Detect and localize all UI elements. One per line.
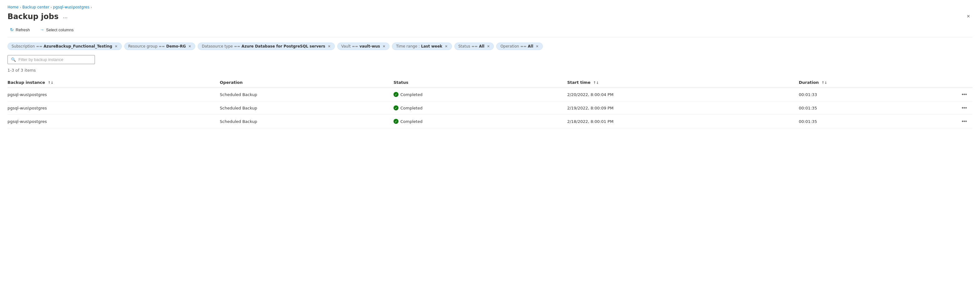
- status-check-icon: ✓: [393, 105, 398, 110]
- col-header-operation: Operation: [220, 78, 393, 88]
- refresh-button[interactable]: ↻ Refresh: [8, 26, 32, 34]
- select-columns-label: Select columns: [46, 27, 74, 32]
- breadcrumb-sep-3: ›: [91, 6, 92, 9]
- table-row[interactable]: pgsql-wus\postgres Scheduled Backup ✓ Co…: [8, 115, 972, 128]
- filter-remove-icon[interactable]: ✕: [383, 45, 385, 48]
- table-row[interactable]: pgsql-wus\postgres Scheduled Backup ✓ Co…: [8, 101, 972, 115]
- filter-remove-icon[interactable]: ✕: [328, 45, 331, 48]
- row-menu-button-1[interactable]: •••: [960, 104, 969, 111]
- table-header-row: Backup instance ↑↓ Operation Status Star…: [8, 78, 972, 88]
- breadcrumb-sep-2: ›: [51, 6, 52, 9]
- filter-remove-icon[interactable]: ✕: [188, 45, 191, 48]
- jobs-table: Backup instance ↑↓ Operation Status Star…: [8, 78, 972, 128]
- refresh-label: Refresh: [16, 27, 30, 32]
- columns-icon: →: [40, 27, 45, 32]
- table-body: pgsql-wus\postgres Scheduled Backup ✓ Co…: [8, 88, 972, 128]
- page-header: Backup jobs ... ×: [8, 12, 972, 21]
- col-header-starttime[interactable]: Start time ↑↓: [567, 78, 799, 88]
- cell-instance-2: pgsql-wus\postgres: [8, 115, 220, 128]
- filter-remove-icon[interactable]: ✕: [445, 45, 447, 48]
- refresh-icon: ↻: [10, 27, 14, 32]
- toolbar: ↻ Refresh → Select columns: [8, 26, 972, 38]
- filter-tag-operation[interactable]: Operation == All✕: [496, 43, 542, 50]
- cell-status-1: ✓ Completed: [393, 101, 567, 115]
- cell-action-0: •••: [934, 88, 972, 101]
- filter-tag-resource-group[interactable]: Resource group == Demo-RG✕: [124, 43, 196, 50]
- cell-duration-1: 00:01:35: [799, 101, 934, 115]
- filter-tag-status[interactable]: Status == All✕: [454, 43, 494, 50]
- cell-status-0: ✓ Completed: [393, 88, 567, 101]
- page-title-row: Backup jobs ...: [8, 12, 70, 21]
- table-header: Backup instance ↑↓ Operation Status Star…: [8, 78, 972, 88]
- select-columns-button[interactable]: → Select columns: [38, 26, 76, 34]
- cell-duration-2: 00:01:35: [799, 115, 934, 128]
- cell-operation-2: Scheduled Backup: [220, 115, 393, 128]
- filter-remove-icon[interactable]: ✕: [115, 45, 118, 48]
- sort-icon-instance: ↑↓: [48, 81, 53, 85]
- cell-starttime-0: 2/20/2022, 8:00:04 PM: [567, 88, 799, 101]
- cell-action-1: •••: [934, 101, 972, 115]
- breadcrumb: Home › Backup center › pgsql-wus\postgre…: [8, 5, 972, 10]
- breadcrumb-postgres[interactable]: pgsql-wus\postgres: [53, 5, 89, 10]
- search-input[interactable]: [18, 57, 92, 62]
- cell-starttime-2: 2/18/2022, 8:00:01 PM: [567, 115, 799, 128]
- row-menu-button-0[interactable]: •••: [960, 91, 969, 98]
- breadcrumb-backup-center[interactable]: Backup center: [22, 5, 49, 10]
- sort-icon-starttime: ↑↓: [593, 81, 599, 85]
- cell-duration-0: 00:01:33: [799, 88, 934, 101]
- breadcrumb-sep-1: ›: [20, 6, 21, 9]
- items-count: 1-3 of 3 items: [8, 68, 972, 73]
- col-header-action: [934, 78, 972, 88]
- cell-starttime-1: 2/19/2022, 8:00:09 PM: [567, 101, 799, 115]
- sort-icon-duration: ↑↓: [821, 81, 827, 85]
- page-more-options-button[interactable]: ...: [61, 13, 69, 20]
- filter-tag-subscription[interactable]: Subscription == AzureBackup_Functional_T…: [8, 43, 122, 50]
- cell-instance-1: pgsql-wus\postgres: [8, 101, 220, 115]
- breadcrumb-home[interactable]: Home: [8, 5, 18, 10]
- close-button[interactable]: ×: [964, 12, 972, 21]
- cell-instance-0: pgsql-wus\postgres: [8, 88, 220, 101]
- cell-operation-0: Scheduled Backup: [220, 88, 393, 101]
- filter-remove-icon[interactable]: ✕: [487, 45, 490, 48]
- row-menu-button-2[interactable]: •••: [960, 118, 969, 125]
- table-row[interactable]: pgsql-wus\postgres Scheduled Backup ✓ Co…: [8, 88, 972, 101]
- status-check-icon: ✓: [393, 92, 398, 97]
- cell-status-2: ✓ Completed: [393, 115, 567, 128]
- filter-tag-vault[interactable]: Vault == vault-wus✕: [337, 43, 390, 50]
- col-header-status: Status: [393, 78, 567, 88]
- status-check-icon: ✓: [393, 119, 398, 124]
- filters-row: Subscription == AzureBackup_Functional_T…: [8, 43, 972, 50]
- col-header-duration[interactable]: Duration ↑↓: [799, 78, 934, 88]
- filter-tag-datasource-type[interactable]: Datasource type == Azure Database for Po…: [198, 43, 334, 50]
- col-header-instance[interactable]: Backup instance ↑↓: [8, 78, 220, 88]
- cell-operation-1: Scheduled Backup: [220, 101, 393, 115]
- cell-action-2: •••: [934, 115, 972, 128]
- filter-tag-time-range[interactable]: Time range : Last week✕: [392, 43, 452, 50]
- search-box: 🔍: [8, 55, 95, 64]
- filter-remove-icon[interactable]: ✕: [536, 45, 539, 48]
- page-title: Backup jobs: [8, 12, 59, 21]
- search-icon: 🔍: [11, 57, 16, 62]
